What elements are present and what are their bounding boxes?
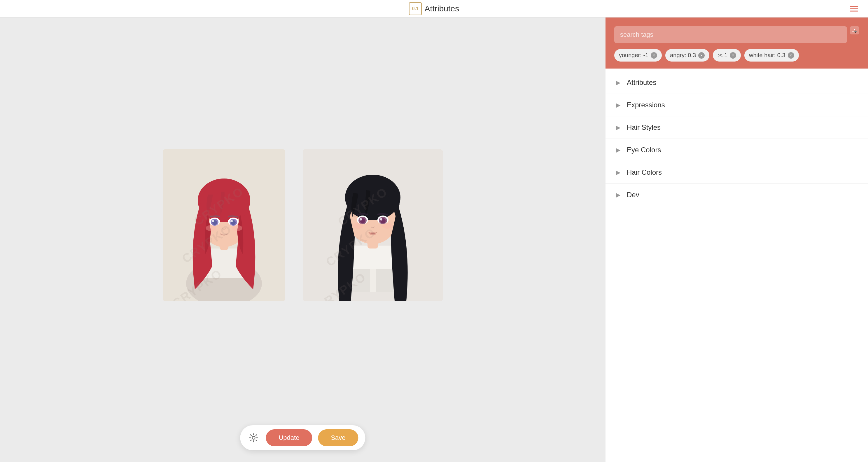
sidebar-item-expressions[interactable]: ▶ Expressions	[606, 94, 868, 116]
sidebar-item-hair-colors[interactable]: ▶ Hair Colors	[606, 161, 868, 184]
page-title: Attributes	[425, 4, 459, 13]
character-image-1: CRYPKO CRYPKO CRYPKO	[163, 149, 285, 301]
category-label: Eye Colors	[627, 146, 661, 154]
settings-button[interactable]	[247, 431, 260, 444]
divider-line	[852, 31, 857, 31]
chevron-right-icon: ▶	[616, 191, 620, 198]
tags-list: younger: -1 × angry: 0.3 × :< 1 × white …	[614, 49, 859, 62]
svg-point-36	[380, 218, 382, 220]
tags-area-wrapper: + younger: -1 × angry: 0.3 × :< 1	[606, 18, 868, 68]
tag-label: younger: -1	[619, 52, 648, 59]
chevron-right-icon: ▶	[616, 146, 620, 153]
menu-line-2	[850, 8, 858, 9]
character-card-2[interactable]: CRYPKO CRYPKO CRYPKO	[303, 149, 443, 301]
menu-line-1	[850, 6, 858, 7]
tag-remove-emoticon[interactable]: ×	[730, 52, 736, 59]
sidebar: + younger: -1 × angry: 0.3 × :< 1	[606, 18, 868, 462]
category-label: Dev	[627, 191, 639, 199]
sidebar-item-dev[interactable]: ▶ Dev	[606, 184, 868, 206]
svg-point-15	[212, 220, 214, 222]
save-button[interactable]: Save	[318, 429, 358, 446]
tag-chip-emoticon: :< 1 ×	[713, 49, 741, 62]
tag-remove-younger[interactable]: ×	[651, 52, 657, 59]
category-label: Expressions	[627, 101, 665, 109]
logo-box: 0.1	[409, 2, 422, 15]
menu-line-3	[850, 10, 858, 11]
tag-remove-angry[interactable]: ×	[698, 52, 705, 59]
tags-area: + younger: -1 × angry: 0.3 × :< 1	[606, 18, 868, 68]
tag-label: :< 1	[717, 52, 727, 59]
menu-button[interactable]	[849, 5, 859, 12]
tag-label: white hair: 0.3	[749, 52, 785, 59]
dot-1: +	[854, 29, 855, 30]
categories-list: ▶ Attributes ▶ Expressions ▶ Hair Styles…	[606, 68, 868, 209]
main-layout: CRYPKO CRYPKO CRYPKO	[0, 18, 868, 462]
canvas-area: CRYPKO CRYPKO CRYPKO	[0, 18, 606, 462]
character-image-2: CRYPKO CRYPKO CRYPKO	[303, 149, 443, 301]
logo-text: 0.1	[412, 6, 418, 11]
sidebar-item-attributes[interactable]: ▶ Attributes	[606, 71, 868, 94]
sidebar-item-hair-styles[interactable]: ▶ Hair Styles	[606, 116, 868, 139]
sidebar-item-eye-colors[interactable]: ▶ Eye Colors	[606, 139, 868, 161]
search-tags-input[interactable]	[614, 26, 847, 43]
svg-point-35	[360, 218, 362, 220]
chevron-right-icon: ▶	[616, 101, 620, 109]
chevron-right-icon: ▶	[616, 79, 620, 86]
expand-toggle-button[interactable]: +	[850, 26, 859, 34]
svg-point-18	[232, 225, 242, 231]
svg-point-38	[353, 223, 364, 229]
tag-label: angry: 0.3	[670, 52, 696, 59]
tag-remove-white-hair[interactable]: ×	[788, 52, 794, 59]
character-card-1[interactable]: CRYPKO CRYPKO CRYPKO	[163, 149, 285, 301]
chevron-right-icon: ▶	[616, 124, 620, 131]
category-label: Hair Colors	[627, 168, 662, 177]
svg-point-16	[230, 220, 233, 222]
chevron-right-icon: ▶	[616, 169, 620, 176]
tag-chip-angry: angry: 0.3 ×	[665, 49, 709, 62]
header: 0.1 Attributes	[0, 0, 868, 18]
toolbar: Update Save	[240, 425, 365, 450]
category-label: Hair Styles	[627, 123, 661, 131]
svg-point-39	[382, 223, 393, 229]
update-button[interactable]: Update	[266, 429, 312, 446]
svg-point-43	[252, 436, 255, 439]
tag-chip-younger: younger: -1 ×	[614, 49, 662, 62]
category-label: Attributes	[627, 79, 656, 87]
tag-chip-white-hair: white hair: 0.3 ×	[744, 49, 799, 62]
